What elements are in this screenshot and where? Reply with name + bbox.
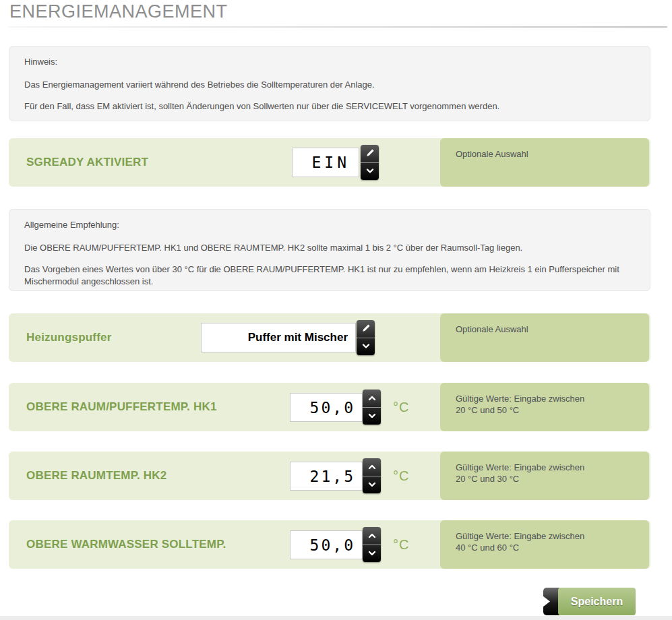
warmwasser-label: OBERE WARMWASSER SOLLTEMP. <box>26 538 226 551</box>
heizungspuffer-label: Heizungspuffer <box>26 331 112 344</box>
title-divider <box>9 26 667 28</box>
hk1-unit-label: °C <box>393 400 409 415</box>
hint-note-line: Das Energiemanagement variiert während d… <box>24 79 635 91</box>
chevron-down-icon[interactable] <box>357 338 375 356</box>
hint-note-box: Hinweis: Das Energiemanagement variiert … <box>9 46 650 121</box>
hk2-spinner[interactable] <box>363 458 381 493</box>
warmwasser-unit-label: °C <box>393 537 409 553</box>
chevron-up-icon[interactable] <box>363 458 381 476</box>
valid-range-line: 20 °C und 50 °C <box>456 405 519 415</box>
save-button[interactable]: Speichern <box>543 588 636 615</box>
chevron-up-icon[interactable] <box>363 527 381 545</box>
hk2-temp-input[interactable] <box>290 462 363 491</box>
row-sgready-aktiviert: SGREADY AKTIVIERT EIN Optionale Auswahl <box>9 138 650 187</box>
row-obere-warmwasser-solltemp: OBERE WARMWASSER SOLLTEMP. °C Gültige We… <box>9 520 650 569</box>
sgready-label: SGREADY AKTIVIERT <box>26 156 148 169</box>
valid-range-line: Gültige Werte: Eingabe zwischen <box>456 394 584 404</box>
hk1-spinner[interactable] <box>363 390 381 425</box>
hk2-unit-label: °C <box>393 468 409 484</box>
recommendation-note-heading: Allgemeine Empfehlung: <box>24 219 635 231</box>
recommendation-note-box: Allgemeine Empfehlung: Die OBERE RAUM/PU… <box>9 209 650 291</box>
valid-range-line: 20 °C und 30 °C <box>456 474 519 484</box>
chevron-down-icon[interactable] <box>363 407 381 425</box>
hk1-valid-range-info: Gültige Werte: Eingabe zwischen 20 °C un… <box>440 383 649 431</box>
valid-range-line: Gültige Werte: Eingabe zwischen <box>456 531 584 541</box>
warmwasser-temp-input[interactable] <box>290 530 363 559</box>
warmwasser-valid-range-info: Gültige Werte: Eingabe zwischen 40 °C un… <box>440 520 649 569</box>
recommendation-note-line: Das Vorgeben eines Wertes von über 30 °C… <box>24 264 635 288</box>
recommendation-note-line: Die OBERE RAUM/PUFFERTEMP. HK1 und OBERE… <box>24 242 635 254</box>
side-info-text: Optionale Auswahl <box>456 149 528 159</box>
hk1-temp-input[interactable] <box>290 393 363 422</box>
hint-note-heading: Hinweis: <box>24 56 635 68</box>
row-obere-raum-puffertemp-hk1: OBERE RAUM/PUFFERTEMP. HK1 °C Gültige We… <box>9 383 650 431</box>
heizungspuffer-select-button[interactable] <box>357 320 375 355</box>
bottom-divider-strip <box>0 616 672 620</box>
row-obere-raumtemp-hk2: OBERE RAUMTEMP. HK2 °C Gültige Werte: Ei… <box>9 452 650 500</box>
chevron-down-icon[interactable] <box>363 545 381 563</box>
hk1-label: OBERE RAUM/PUFFERTEMP. HK1 <box>26 400 217 414</box>
save-button-label[interactable]: Speichern <box>558 588 636 615</box>
heizungspuffer-value-display[interactable]: Puffer mit Mischer <box>201 323 356 352</box>
page-title: ENERGIEMANAGEMENT <box>9 1 228 22</box>
valid-range-line: 40 °C und 60 °C <box>456 542 519 553</box>
hk2-label: OBERE RAUMTEMP. HK2 <box>26 469 166 483</box>
sgready-select-button[interactable] <box>361 145 379 180</box>
side-info-text: Optionale Auswahl <box>456 324 528 334</box>
chevron-up-icon[interactable] <box>363 390 381 407</box>
sgready-value-display[interactable]: EIN <box>292 148 359 177</box>
sgready-side-info: Optionale Auswahl <box>440 138 649 187</box>
valid-range-line: Gültige Werte: Eingabe zwischen <box>456 462 584 472</box>
heizungspuffer-side-info: Optionale Auswahl <box>440 313 649 362</box>
chevron-down-icon[interactable] <box>361 162 379 181</box>
row-heizungspuffer: Heizungspuffer Puffer mit Mischer Option… <box>9 313 650 362</box>
energiemanagement-page: ENERGIEMANAGEMENT Hinweis: Das Energiema… <box>0 0 672 620</box>
warmwasser-spinner[interactable] <box>363 527 381 562</box>
hint-note-line: Für den Fall, dass EM aktiviert ist, sol… <box>24 100 635 113</box>
hk2-valid-range-info: Gültige Werte: Eingabe zwischen 20 °C un… <box>440 452 649 500</box>
chevron-down-icon[interactable] <box>363 476 381 494</box>
pencil-icon[interactable] <box>361 145 379 162</box>
chevron-right-icon <box>543 588 559 615</box>
pencil-icon[interactable] <box>357 320 375 338</box>
